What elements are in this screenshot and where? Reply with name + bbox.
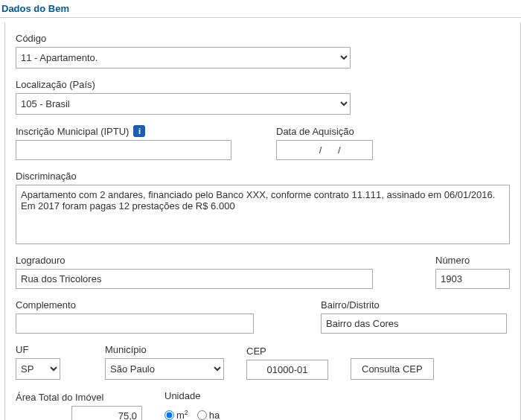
info-icon[interactable]: i — [133, 125, 145, 137]
unidade-radio-group: m2 ha — [164, 404, 220, 420]
logradouro-input[interactable] — [16, 269, 373, 289]
unidade-m2-label: m2 — [176, 409, 188, 420]
discriminacao-label: Discriminação — [16, 171, 510, 182]
bairro-field: Bairro/Distrito — [321, 299, 507, 334]
consulta-cep-field: Consulta CEP — [351, 344, 434, 380]
uf-select[interactable]: SP — [16, 358, 60, 380]
unidade-ha-label: ha — [209, 410, 220, 420]
consulta-cep-button[interactable]: Consulta CEP — [351, 358, 434, 380]
municipio-select[interactable]: São Paulo — [105, 358, 224, 380]
cep-label: CEP — [246, 346, 328, 357]
uf-field: UF SP — [16, 344, 60, 380]
data-aquisicao-label: Data de Aquisição — [276, 126, 373, 137]
cep-input[interactable] — [246, 360, 328, 380]
unidade-label: Unidade — [164, 390, 220, 401]
section-title: Dados do Bem — [0, 0, 521, 18]
complemento-input[interactable] — [16, 314, 254, 334]
inscricao-label: Inscrição Municipal (IPTU) — [16, 126, 129, 137]
logradouro-field: Logradouro — [16, 255, 421, 289]
unidade-m2-radio[interactable] — [164, 410, 174, 420]
discriminacao-field: Discriminação Apartamento com 2 andares,… — [16, 171, 510, 244]
cep-field: CEP — [246, 346, 328, 380]
municipio-field: Município São Paulo — [105, 344, 224, 380]
codigo-label: Código — [16, 33, 510, 44]
unidade-m2-item[interactable]: m2 — [164, 409, 188, 420]
area-total-input[interactable] — [71, 406, 142, 420]
numero-label: Número — [435, 255, 510, 266]
area-total-field: Área Total do Imóvel — [16, 392, 142, 420]
area-total-label: Área Total do Imóvel — [16, 392, 142, 403]
numero-field: Número — [435, 255, 510, 289]
data-aquisicao-field: Data de Aquisição — [276, 126, 373, 160]
codigo-select[interactable]: 11 - Apartamento. — [16, 47, 351, 69]
complemento-label: Complemento — [16, 299, 254, 311]
municipio-label: Município — [105, 344, 224, 355]
localizacao-select[interactable]: 105 - Brasil — [16, 93, 351, 115]
numero-input[interactable] — [435, 269, 510, 289]
unidade-ha-item[interactable]: ha — [197, 410, 220, 420]
uf-label: UF — [16, 344, 60, 355]
codigo-field: Código 11 - Apartamento. — [16, 33, 510, 69]
bairro-label: Bairro/Distrito — [321, 299, 507, 311]
localizacao-label: Localização (País) — [16, 79, 510, 90]
inscricao-input[interactable] — [16, 140, 231, 160]
bairro-input[interactable] — [321, 314, 507, 334]
inscricao-field: Inscrição Municipal (IPTU) i — [16, 125, 231, 160]
unidade-ha-radio[interactable] — [197, 410, 207, 420]
complemento-field: Complemento — [16, 299, 254, 334]
localizacao-field: Localização (País) 105 - Brasil — [16, 79, 510, 115]
discriminacao-textarea[interactable]: Apartamento com 2 andares, financiado pe… — [16, 185, 510, 244]
form-panel: Código 11 - Apartamento. Localização (Pa… — [4, 22, 521, 420]
logradouro-label: Logradouro — [16, 255, 421, 266]
data-aquisicao-input[interactable] — [276, 140, 373, 160]
unidade-field: Unidade m2 ha — [164, 390, 220, 420]
